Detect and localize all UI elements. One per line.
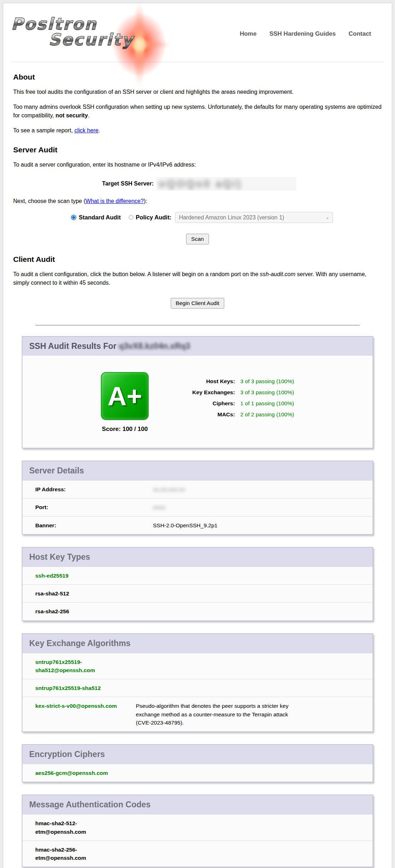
client-audit-text-a: To audit a client configuration, click t… — [13, 271, 260, 277]
stat-label: Ciphers: — [181, 400, 235, 407]
macs-panel: Message Authentication Codes hmac-sha2-5… — [22, 795, 373, 867]
kex-row: sntrup761x25519-sha512 — [22, 679, 373, 697]
policy-audit-radio[interactable] — [129, 215, 133, 220]
policy-audit-label: Policy Audit: — [136, 214, 171, 221]
scan-type-text: Next, choose the scan type ( — [13, 198, 86, 204]
algorithm-name: sntrup761x25519- sha512@openssh.com — [35, 658, 136, 675]
server-audit-intro: To audit a server configuration, enter i… — [13, 161, 384, 169]
target-server-row: Target SSH Server: oQOQo0 aQi) — [11, 177, 384, 191]
target-server-redacted-value: oQOQo0 aQi) — [159, 178, 242, 190]
main-content: Positron Security Home SSH Hardening Gui… — [3, 3, 392, 868]
algorithm-name: ssh-ed25519 — [35, 572, 136, 580]
algorithm-name: sntrup761x25519-sha512 — [35, 684, 136, 692]
results-panel-header: SSH Audit Results For q3vX8.kz04n.xRq3 — [22, 337, 373, 356]
header-divider — [11, 62, 384, 62]
ip-address-row: IP Address: xx.xx.xxx.xx — [22, 480, 373, 498]
grade-column: A+ Score: 100 / 100 — [101, 372, 149, 433]
port-redacted-value: xxxx — [153, 503, 165, 511]
client-audit-paragraph: To audit a client configuration, click t… — [13, 270, 384, 287]
algorithm-name: hmac-sha2-256- etm@openssh.com — [35, 846, 136, 862]
sample-report-line: To see a sample report, click here. — [13, 126, 384, 135]
algorithm-name: aes256-gcm@openssh.com — [35, 769, 136, 777]
port-row: Port: xxxx — [22, 498, 373, 516]
mac-row: hmac-sha2-256- etm@openssh.com — [22, 841, 373, 867]
about-heading: About — [13, 73, 384, 81]
mac-row: hmac-sha2-512- etm@openssh.com — [22, 814, 373, 841]
encryption-ciphers-panel: Encryption Ciphers aes256-gcm@openssh.co… — [22, 744, 373, 782]
not-security-bold: not security — [56, 112, 88, 118]
target-server-input[interactable]: oQOQo0 aQi) — [157, 177, 296, 191]
sample-report-period: . — [98, 127, 100, 133]
chevron-down-icon: ⌄ — [326, 215, 329, 220]
stat-host-keys: Host Keys: 3 of 3 passing (100%) — [181, 378, 294, 385]
stat-macs: MACs: 2 of 2 passing (100%) — [181, 411, 294, 418]
server-details-panel: Server Details IP Address: xx.xx.xxx.xx … — [22, 461, 373, 535]
nav-contact-link[interactable]: Contact — [349, 30, 371, 37]
policy-select[interactable]: Hardened Amazon Linux 2023 (version 1) ⌄ — [175, 212, 333, 223]
encryption-ciphers-header: Encryption Ciphers — [22, 745, 373, 764]
stat-label: Key Exchanges: — [181, 389, 235, 396]
stat-value: 3 of 3 passing (100%) — [240, 389, 294, 396]
results-stats: Host Keys: 3 of 3 passing (100%) Key Exc… — [181, 374, 294, 422]
nav-ssh-hardening-guides-link[interactable]: SSH Hardening Guides — [270, 30, 336, 37]
results-divider — [35, 325, 360, 325]
site-header: Positron Security Home SSH Hardening Gui… — [11, 5, 384, 60]
client-audit-heading: Client Audit — [13, 255, 384, 264]
results-panel-body: A+ Score: 100 / 100 Host Keys: 3 of 3 pa… — [22, 356, 373, 448]
kex-row: kex-strict-s-v00@openssh.com Pseudo-algo… — [22, 697, 373, 731]
main-nav: Home SSH Hardening Guides Contact — [240, 30, 384, 37]
stat-key-exchanges: Key Exchanges: 3 of 3 passing (100%) — [181, 389, 294, 396]
logo-line2: Security — [48, 31, 134, 48]
sample-report-text: To see a sample report, — [13, 127, 75, 133]
host-key-types-header: Host Key Types — [22, 548, 373, 567]
scan-type-options: Standard Audit Policy Audit: Hardened Am… — [71, 212, 384, 223]
stat-label: MACs: — [181, 411, 235, 418]
grade-badge: A+ — [101, 372, 149, 420]
ip-address-label: IP Address: — [35, 485, 153, 493]
about-paragraph-2: Too many admins overlook SSH configurati… — [13, 103, 384, 120]
standard-audit-radio[interactable] — [71, 215, 76, 220]
key-exchange-panel: Key Exchange Algorithms sntrup761x25519-… — [22, 633, 373, 732]
ip-address-redacted-value: xx.xx.xxx.xx — [153, 485, 185, 493]
begin-client-audit-button[interactable]: Begin Client Audit — [171, 298, 224, 309]
standard-audit-label: Standard Audit — [79, 214, 121, 221]
scan-button[interactable]: Scan — [186, 234, 209, 244]
stat-value: 1 of 1 passing (100%) — [240, 400, 294, 407]
host-key-row: ssh-ed25519 — [22, 567, 373, 584]
host-key-types-panel: Host Key Types ssh-ed25519 rsa-sha2-512 … — [22, 547, 373, 621]
scan-type-suffix: ): — [144, 198, 147, 204]
server-details-header: Server Details — [22, 461, 373, 480]
stat-ciphers: Ciphers: 1 of 1 passing (100%) — [181, 400, 294, 407]
about-paragraph-1: This free tool audits the configuration … — [13, 88, 384, 96]
banner-label: Banner: — [35, 521, 153, 529]
ssh-audit-results-panel: SSH Audit Results For q3vX8.kz04n.xRq3 A… — [22, 336, 373, 448]
algorithm-name: hmac-sha2-512- etm@openssh.com — [35, 819, 136, 836]
stat-value: 2 of 2 passing (100%) — [240, 411, 294, 418]
algorithm-note: Pseudo-algorithm that denotes the peer s… — [136, 702, 303, 727]
sample-report-link[interactable]: click here — [75, 127, 99, 133]
ssh-audit-domain-italic: ssh-audit.com — [260, 271, 296, 277]
cipher-row: aes256-gcm@openssh.com — [22, 764, 373, 782]
algorithm-name: rsa-sha2-256 — [35, 607, 136, 615]
server-audit-heading: Server Audit — [13, 146, 384, 154]
results-title-prefix: SSH Audit Results For — [29, 341, 119, 351]
host-key-row: rsa-sha2-256 — [22, 602, 373, 620]
scan-type-line: Next, choose the scan type (What is the … — [13, 197, 384, 205]
host-key-row: rsa-sha2-512 — [22, 584, 373, 602]
macs-header: Message Authentication Codes — [22, 795, 373, 814]
banner-value: SSH-2.0-OpenSSH_9.2p1 — [153, 521, 217, 529]
policy-selected-option: Hardened Amazon Linux 2023 (version 1) — [179, 214, 284, 221]
algorithm-name: kex-strict-s-v00@openssh.com — [35, 702, 136, 727]
kex-row: sntrup761x25519- sha512@openssh.com — [22, 653, 373, 679]
positron-security-logo: Positron Security — [11, 9, 168, 59]
score-label: Score: 100 / 100 — [101, 426, 149, 433]
nav-home-link[interactable]: Home — [240, 30, 256, 37]
results-host-redacted: q3vX8.kz04n.xRq3 — [119, 341, 190, 351]
stat-value: 3 of 3 passing (100%) — [240, 378, 294, 385]
algorithm-name: rsa-sha2-512 — [35, 589, 136, 598]
port-label: Port: — [35, 503, 153, 511]
about-p2-period: . — [88, 112, 89, 118]
banner-row: Banner: SSH-2.0-OpenSSH_9.2p1 — [22, 516, 373, 534]
scan-difference-link[interactable]: What is the difference? — [86, 198, 144, 204]
target-server-label: Target SSH Server: — [11, 181, 157, 187]
